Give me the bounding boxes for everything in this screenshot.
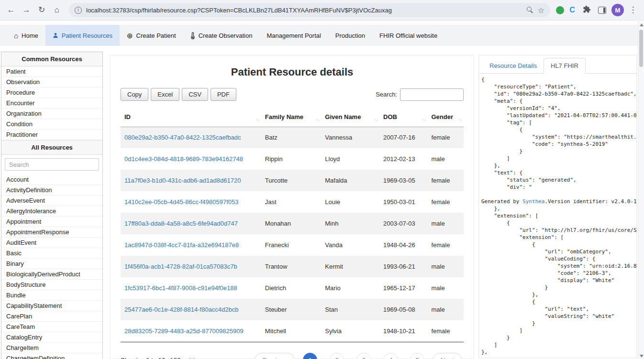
nav-item-home[interactable]: ⌂Home bbox=[7, 25, 45, 46]
sidebar-item-basic[interactable]: Basic bbox=[1, 248, 102, 259]
sidebar-item-practitioner[interactable]: Practitioner bbox=[1, 130, 102, 140]
json-line bbox=[481, 191, 636, 198]
nav-item-label: Production bbox=[335, 32, 365, 39]
nav-item-production[interactable]: Production bbox=[328, 25, 372, 46]
patient-id-link[interactable]: 0d1c4ee3-084d-4818-9689-783e94162748 bbox=[124, 155, 243, 163]
side-panel-icon[interactable] bbox=[598, 7, 606, 14]
json-line: } bbox=[481, 148, 636, 155]
page-button-3[interactable]: 3 bbox=[356, 353, 371, 359]
sidebar-item-chargeitemdefinition[interactable]: ChargeItemDefinition bbox=[1, 353, 102, 359]
page-button-1[interactable]: 1 bbox=[303, 353, 317, 359]
pdf-button[interactable]: PDF bbox=[211, 88, 236, 101]
back-icon[interactable]: ← bbox=[5, 3, 17, 17]
column-header-family-name[interactable]: Family Name↑↓ bbox=[261, 108, 321, 127]
patient-id-link[interactable]: 080e29a2-b350-47a0-8422-1325caefbadc bbox=[124, 134, 241, 141]
sidebar-item-appointment[interactable]: Appointment bbox=[1, 217, 102, 227]
sidebar-search-input[interactable] bbox=[5, 158, 99, 171]
nav-item-management-portal[interactable]: Management Portal bbox=[259, 25, 328, 46]
page-scrollbar[interactable] bbox=[638, 21, 644, 359]
sidebar-item-bodystructure[interactable]: BodyStructure bbox=[1, 280, 102, 290]
patient-id-cell: 1410c2ee-05cb-4d45-86cc-f4980597f053 bbox=[121, 191, 261, 213]
bookmark-star-icon[interactable]: ☆ bbox=[538, 6, 544, 15]
scroll-up-icon[interactable] bbox=[640, 23, 644, 26]
nav-item-create-patient[interactable]: ⊕Create Patient bbox=[120, 25, 183, 46]
scrollbar-thumb[interactable] bbox=[639, 30, 643, 67]
column-header-dob[interactable]: DOB↑↓ bbox=[379, 108, 427, 127]
nav-item-create-observation[interactable]: Create Observation bbox=[183, 25, 260, 46]
excel-button[interactable]: Excel bbox=[151, 88, 179, 101]
json-line: "status": "generated", bbox=[481, 176, 636, 184]
sidebar-item-auditevent[interactable]: AuditEvent bbox=[1, 238, 102, 248]
table-footer: Showing 1 to 10 of 50 entries Previous12… bbox=[121, 353, 464, 359]
browser-home-icon[interactable]: ⌂ bbox=[51, 3, 63, 17]
sidebar-item-careplan[interactable]: CarePlan bbox=[1, 311, 102, 322]
json-line: }, bbox=[481, 205, 636, 212]
table-row: 28d83205-7289-4483-a25d-877009825909Mitc… bbox=[121, 320, 464, 342]
nav-item-label: Create Patient bbox=[136, 32, 176, 39]
page-button-2[interactable]: 2 bbox=[330, 353, 344, 359]
json-line: "text": { bbox=[481, 169, 636, 176]
patient-id-cell: 080e29a2-b350-47a0-8422-1325caefbadc bbox=[121, 127, 261, 148]
synthea-link[interactable]: Synthea bbox=[522, 198, 544, 205]
sidebar-item-binary[interactable]: Binary bbox=[1, 259, 102, 269]
patient-id-link[interactable]: 1ac8947d-038f-4cc7-81fa-a32e694187e8 bbox=[124, 241, 239, 249]
extension-green-icon[interactable] bbox=[556, 6, 564, 14]
sidebar-item-catalogentry[interactable]: CatalogEntry bbox=[1, 332, 102, 343]
plus-circle-icon: ⊕ bbox=[127, 32, 133, 39]
patient-id-link[interactable]: 1fc53917-6bc1-4f87-9008-c91e94f0e188 bbox=[124, 284, 237, 292]
site-info-icon[interactable]: i bbox=[75, 7, 82, 14]
column-header-given-name[interactable]: Given Name↑↓ bbox=[321, 108, 379, 127]
page-button-5[interactable]: 5 bbox=[410, 353, 424, 359]
nav-item-fhir-official-website[interactable]: FHIR Official website bbox=[372, 25, 444, 46]
column-header-gender[interactable]: Gender↑↓ bbox=[427, 108, 464, 127]
json-line: { bbox=[481, 126, 636, 133]
browser-menu-icon[interactable]: ⋮ bbox=[627, 3, 639, 17]
sidebar-item-account[interactable]: Account bbox=[1, 174, 102, 185]
sidebar-item-capabilitystatement[interactable]: CapabilityStatement bbox=[1, 301, 102, 311]
extensions-puzzle-icon[interactable] bbox=[580, 5, 593, 15]
column-header-id[interactable]: ID↑↓ bbox=[121, 108, 261, 127]
nav-item-patient-resources[interactable]: Patient Resources bbox=[45, 25, 120, 46]
forward-icon[interactable]: → bbox=[20, 3, 33, 17]
json-line: "code": "synthea-5-2019" bbox=[481, 141, 636, 148]
sidebar-item-patient[interactable]: Patient bbox=[1, 66, 102, 77]
patient-id-link[interactable]: 1410c2ee-05cb-4d45-86cc-f4980597f053 bbox=[124, 198, 239, 206]
next-button[interactable]: Next bbox=[433, 353, 462, 359]
sidebar-item-careteam[interactable]: CareTeam bbox=[1, 322, 102, 332]
sidebar-item-bundle[interactable]: Bundle bbox=[1, 290, 102, 301]
sidebar-item-organization[interactable]: Organization bbox=[1, 109, 102, 119]
sidebar-item-procedure[interactable]: Procedure bbox=[1, 87, 102, 98]
patient-id-link[interactable]: 28d83205-7289-4483-a25d-877009825909 bbox=[124, 327, 244, 335]
sidebar-item-appointmentresponse[interactable]: AppointmentResponse bbox=[1, 227, 102, 238]
sidebar-item-condition[interactable]: Condition bbox=[1, 119, 102, 130]
address-bar[interactable]: i localhost:32783/csp/fhirlab/resource.c… bbox=[69, 3, 550, 17]
sidebar-item-observation[interactable]: Observation bbox=[1, 77, 102, 87]
patient-id-link[interactable]: 11a7f0e3-b1d0-431c-adb6-ad1ad8d61720 bbox=[124, 177, 241, 184]
column-label: ID bbox=[124, 113, 131, 120]
scroll-down-icon[interactable] bbox=[640, 355, 644, 358]
sidebar-item-biologicallyderivedproduct[interactable]: BiologicallyDerivedProduct bbox=[1, 269, 102, 280]
sidebar-item-encounter[interactable]: Encounter bbox=[1, 98, 102, 109]
csv-button[interactable]: CSV bbox=[182, 88, 208, 101]
page-button-4[interactable]: 4 bbox=[383, 353, 398, 359]
refresh-icon[interactable]: ↻ bbox=[35, 3, 48, 17]
patient-id-link[interactable]: 17ff80a3-dda8-4a58-a8c5-6fe94ad0d747 bbox=[124, 220, 238, 227]
sidebar-item-activitydefinition[interactable]: ActivityDefinition bbox=[1, 185, 102, 196]
table-cell: male bbox=[427, 277, 464, 299]
patient-id-link[interactable]: 1f456f0a-acb1-4728-82af-01ca57083c7b bbox=[124, 263, 237, 270]
extension-c-icon[interactable]: C bbox=[567, 6, 577, 14]
sidebar-item-chargeitem[interactable]: ChargeItem bbox=[1, 343, 102, 353]
zoom-icon[interactable] bbox=[527, 7, 533, 13]
table-cell: 2007-07-16 bbox=[379, 127, 427, 148]
tab-resource-details[interactable]: Resource Details bbox=[483, 58, 544, 73]
copy-button[interactable]: Copy bbox=[121, 88, 148, 101]
sidebar-item-adverseevent[interactable]: AdverseEvent bbox=[1, 196, 102, 206]
previous-button[interactable]: Previous bbox=[255, 353, 295, 359]
tab-hl7-fhir[interactable]: HL7 FHIR bbox=[544, 58, 586, 74]
table-search-input[interactable] bbox=[400, 88, 464, 101]
patient-id-link[interactable]: 25477ae6-0c1e-428f-8814-f80acc4d2bcb bbox=[124, 306, 239, 313]
url-text[interactable]: localhost:32783/csp/fhirlab/resource.csp… bbox=[86, 7, 522, 14]
sidebar-item-allergyintolerance[interactable]: AllergyIntolerance bbox=[1, 206, 102, 217]
profile-avatar[interactable]: M bbox=[611, 4, 624, 16]
table-cell: 1965-12-17 bbox=[379, 277, 427, 299]
